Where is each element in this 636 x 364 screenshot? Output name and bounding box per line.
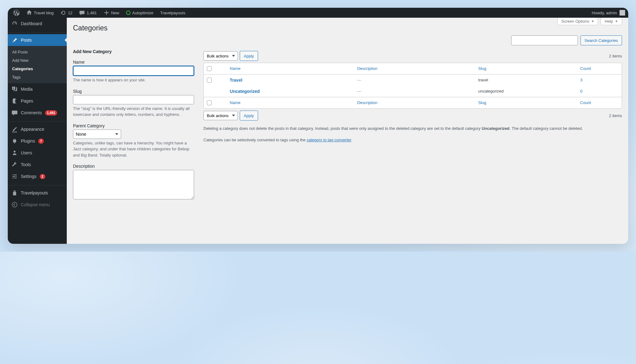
category-to-tag-link[interactable]: category to tag converter [307,138,351,142]
bulk-actions-select-top[interactable]: Bulk actions [203,51,238,61]
search-categories-button[interactable]: Search Categories [580,35,622,45]
apply-button-bottom[interactable]: Apply [240,111,258,121]
parent-label: Parent Category [73,123,194,128]
comments-icon [11,110,18,116]
media-icon [11,86,18,92]
status-circle-icon [126,11,130,15]
comments-link[interactable]: 1,481 [77,8,99,18]
wp-logo-icon[interactable] [11,8,22,18]
parent-select[interactable]: None [73,130,121,139]
description-label: Description [73,164,194,169]
travelpayouts-link[interactable]: Travelpayouts [158,8,188,18]
avatar[interactable] [620,10,625,16]
menu-plugins[interactable]: Plugins 7 [8,135,67,147]
admin-sidebar: Dashboard Posts All Posts Add New Catego… [8,18,67,244]
menu-settings-label: Settings [21,174,37,179]
autoptimize-link[interactable]: Autoptimize [124,8,156,18]
svg-point-0 [12,202,17,207]
category-name-link[interactable]: Travel [230,78,242,83]
col-name-footer[interactable]: Name [230,100,241,105]
menu-posts[interactable]: Posts [8,34,67,46]
menu-users[interactable]: Users [8,147,67,159]
category-slug: travel [478,78,488,82]
howdy-text[interactable]: Howdy, admin [592,11,617,15]
pages-icon [11,98,18,104]
admin-bar: Travel blog 12 1,481 New Autoptimize Tra… [8,8,628,18]
category-count-link[interactable]: 0 [580,89,582,93]
table-row: Uncategorized — uncategorized 0 [204,86,622,97]
menu-comments-label: Comments [21,110,42,115]
autoptimize-label: Autoptimize [132,11,153,15]
brush-icon [11,126,18,132]
slug-description: The "slug" is the URL-friendly version o… [73,106,194,118]
menu-media[interactable]: Media [8,83,67,95]
search-input[interactable] [511,35,578,45]
add-category-form: Add New Category Name The name is how it… [73,49,194,206]
menu-travelpayouts[interactable]: Travelpayouts [8,187,67,199]
submenu-tags[interactable]: Tags [8,73,67,81]
form-heading: Add New Category [73,49,194,54]
menu-appearance[interactable]: Appearance [8,123,67,135]
select-all-checkbox-bottom[interactable] [207,100,212,105]
travelpayouts-label: Travelpayouts [160,11,185,15]
convert-note: Categories can be selectively converted … [203,137,622,143]
plugins-badge: 7 [38,139,44,144]
category-name-link[interactable]: Uncategorized [230,89,260,94]
bulk-actions-select-bottom[interactable]: Bulk actions [203,111,238,120]
updates-link[interactable]: 12 [58,8,75,18]
col-count-footer[interactable]: Count [580,100,591,105]
col-slug-footer[interactable]: Slug [478,100,486,105]
settings-badge: 2 [40,174,45,179]
pin-icon [11,37,18,43]
menu-plugins-label: Plugins [21,139,35,143]
menu-comments[interactable]: Comments 1,481 [8,107,67,119]
menu-appearance-label: Appearance [21,127,44,132]
menu-tools-label: Tools [21,162,31,167]
menu-collapse[interactable]: Collapse menu [8,199,67,211]
items-count-top: 2 items [609,54,622,58]
screen-options-button[interactable]: Screen Options ▼ [557,18,598,25]
search-box: Search Categories [73,35,622,45]
submenu-all-posts[interactable]: All Posts [8,48,67,56]
name-label: Name [73,60,194,65]
col-name-header[interactable]: Name [230,66,241,71]
menu-separator [8,31,67,33]
collapse-icon [11,202,18,208]
col-description-footer[interactable]: Description [357,100,377,105]
menu-tools[interactable]: Tools [8,159,67,171]
site-link[interactable]: Travel blog [24,8,56,18]
help-button[interactable]: Help ▼ [601,18,622,25]
category-slug: uncategorized [478,89,504,93]
dashboard-icon [11,20,18,27]
submenu-categories[interactable]: Categories [8,65,67,73]
name-input[interactable] [73,66,194,76]
menu-settings[interactable]: Settings 2 [8,171,67,182]
description-textarea[interactable] [73,170,194,199]
comment-icon [79,10,85,16]
home-icon [26,10,32,16]
menu-posts-label: Posts [21,38,32,43]
apply-button-top[interactable]: Apply [240,51,258,61]
page-title: Categories [73,18,622,35]
submenu-add-new[interactable]: Add New [8,56,67,65]
menu-dashboard[interactable]: Dashboard [8,18,67,30]
chevron-down-icon: ▼ [615,20,618,23]
select-all-checkbox-top[interactable] [207,66,212,71]
category-count-link[interactable]: 3 [580,78,582,82]
menu-collapse-label: Collapse menu [21,202,50,207]
new-content-link[interactable]: New [101,8,122,18]
user-icon [11,150,18,156]
col-count-header[interactable]: Count [580,66,591,71]
menu-pages[interactable]: Pages [8,95,67,107]
comments-badge: 1,481 [45,110,57,116]
posts-submenu: All Posts Add New Categories Tags [8,46,67,83]
col-slug-header[interactable]: Slug [478,66,486,71]
category-description: — [357,89,361,93]
items-count-bottom: 2 items [609,113,622,118]
slug-input[interactable] [73,95,194,104]
name-description: The name is how it appears on your site. [73,77,194,83]
row-checkbox[interactable] [207,78,212,83]
comments-count: 1,481 [87,11,97,15]
col-description-header[interactable]: Description [357,66,377,71]
slug-label: Slug [73,89,194,94]
